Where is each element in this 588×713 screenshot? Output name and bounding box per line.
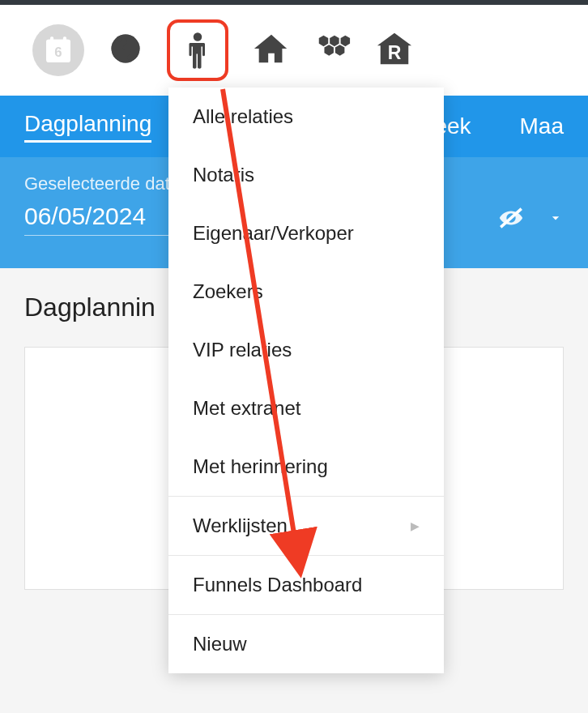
r-home-icon[interactable]: R: [376, 30, 413, 70]
svg-text:R: R: [388, 42, 402, 63]
menu-item-met-herinnering[interactable]: Met herinnering: [168, 438, 444, 496]
svg-marker-10: [341, 36, 351, 46]
svg-marker-12: [335, 45, 345, 55]
calendar-icon[interactable]: 6: [32, 24, 84, 76]
dropdown-caret-icon[interactable]: [548, 210, 564, 229]
tab-maand[interactable]: Maa: [520, 113, 564, 139]
honeycomb-icon[interactable]: [314, 30, 352, 70]
person-icon-highlighted[interactable]: [167, 19, 228, 81]
svg-marker-9: [330, 36, 339, 46]
svg-rect-2: [50, 36, 53, 43]
tab-dagplanning[interactable]: Dagplanning: [24, 111, 151, 143]
menu-item-zoekers[interactable]: Zoekers: [168, 263, 444, 321]
globe-icon[interactable]: [109, 32, 143, 69]
menu-item-alle-relaties[interactable]: Alle relaties: [168, 88, 444, 146]
menu-item-nieuw[interactable]: Nieuw: [168, 614, 444, 673]
menu-item-eigenaar-verkoper[interactable]: Eigenaar/Verkoper: [168, 204, 444, 263]
svg-marker-11: [324, 45, 334, 55]
menu-item-notaris[interactable]: Notaris: [168, 146, 444, 204]
svg-text:6: 6: [54, 45, 62, 60]
home-icon[interactable]: [253, 30, 290, 70]
visibility-off-icon[interactable]: [497, 204, 525, 235]
menu-item-werklijsten[interactable]: Werklijsten: [168, 496, 444, 555]
main-toolbar: 6 R: [0, 5, 588, 96]
menu-item-met-extranet[interactable]: Met extranet: [168, 379, 444, 438]
svg-marker-8: [319, 36, 329, 46]
svg-point-7: [194, 32, 202, 41]
menu-item-funnels-dashboard[interactable]: Funnels Dashboard: [168, 555, 444, 614]
svg-rect-3: [63, 36, 66, 43]
person-dropdown-menu: Alle relaties Notaris Eigenaar/Verkoper …: [168, 88, 444, 673]
menu-item-vip-relaties[interactable]: VIP relaties: [168, 321, 444, 379]
